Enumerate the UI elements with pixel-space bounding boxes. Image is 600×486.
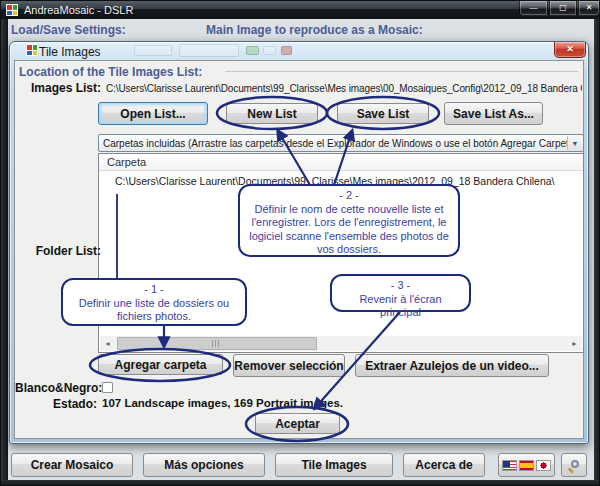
estado-value: 107 Landscape images, 169 Portrait image… [102,397,343,409]
blanco-negro-label: Blanco&Negro: [15,381,97,395]
scroll-left-icon[interactable]: ◄ [100,336,115,351]
scroll-right-icon[interactable]: ► [567,336,582,351]
combo-selected-text: Carpetas incluidas (Arrastre las carpeta… [103,138,578,149]
callout-2-text: Définir le nom de cette nouvelle liste e… [246,203,452,257]
scrollbar-grip [212,340,222,347]
folder-list-label: Folder List: [11,244,101,258]
magnifier-icon [568,459,581,472]
titlebar-ghost [281,46,292,55]
horizontal-scrollbar[interactable]: ◄ ► [100,336,582,351]
extraer-azulejos-button[interactable]: Extraer Azulejos de un video... [355,354,549,377]
remover-seleccion-button[interactable]: Remover selección [233,354,345,377]
callout-1-number: - 1 - [69,283,239,297]
images-list-path: C:\Users\Clarisse Laurent\Documents\99_C… [106,83,582,94]
agregar-carpeta-button[interactable]: Agregar carpeta [98,354,223,375]
window-frame-left [1,19,8,480]
window-titlebar: AndreaMosaic - DSLR [1,1,600,19]
app-icon [6,4,18,16]
andreamosaic-window: AndreaMosaic - DSLR — ▢ ✕ Load/Save Sett… [0,0,600,486]
titlebar-ghost [246,46,259,55]
open-list-button[interactable]: Open List... [98,102,208,125]
mas-opciones-button[interactable]: Más opciones [143,453,265,477]
folder-mode-combobox[interactable]: Carpetas incluidas (Arrastre las carpeta… [98,134,584,152]
minimize-button[interactable]: — [519,1,548,16]
group-title: Location of the Tile Images List: [19,65,202,79]
titlebar-ghost [134,45,172,56]
callout-1-text: Definir une liste de dossiers ou fichier… [69,297,239,324]
acerca-de-button[interactable]: Acerca de [403,453,485,477]
callout-3-text: Revenir à l'écran principal [338,293,463,320]
chevron-down-icon[interactable]: ▼ [567,136,582,150]
dialog-close-button[interactable]: ✕ [554,42,586,58]
save-list-button[interactable]: Save List [337,103,429,124]
window-frame-bottom [1,480,600,486]
titlebar-ghost [179,44,239,57]
window-frame-right [594,19,600,480]
new-list-button[interactable]: New List [226,103,318,124]
list-column-header[interactable]: Carpeta [99,154,583,171]
tile-images-button[interactable]: Tile Images [275,453,393,477]
language-button[interactable] [498,453,555,477]
blanco-negro-checkbox[interactable] [102,382,113,393]
main-image-label: Main Image to reproduce as a Mosaic: [206,23,423,37]
dialog-title: Tile Images [39,45,101,59]
maximize-button[interactable]: ▢ [549,1,577,16]
callout-1: - 1 - Definir une liste de dossiers ou f… [61,278,247,326]
load-save-settings-label: Load/Save Settings: [11,23,126,37]
search-button[interactable] [561,453,587,477]
callout-3: - 3 - Revenir à l'écran principal [330,274,471,312]
save-list-as-button[interactable]: Save List As... [444,102,543,125]
japan-flag-icon [536,460,551,471]
close-button[interactable]: ✕ [578,1,600,16]
callout-2: - 2 - Définir le nom de cette nouvelle l… [238,184,460,257]
spain-flag-icon [519,460,534,471]
us-flag-icon [502,460,517,471]
images-list-label: Images List: [11,81,101,95]
crear-mosaico-button[interactable]: Crear Mosaico [11,453,133,477]
scrollbar-thumb[interactable] [117,337,317,350]
group-divider [225,71,578,72]
titlebar-ghost [263,46,276,55]
window-title: AndreaMosaic - DSLR [24,4,133,16]
estado-label: Estado: [21,397,97,411]
dialog-icon [26,44,38,56]
callout-3-number: - 3 - [338,279,463,293]
callout-2-number: - 2 - [246,189,452,203]
aceptar-button[interactable]: Aceptar [255,413,340,434]
